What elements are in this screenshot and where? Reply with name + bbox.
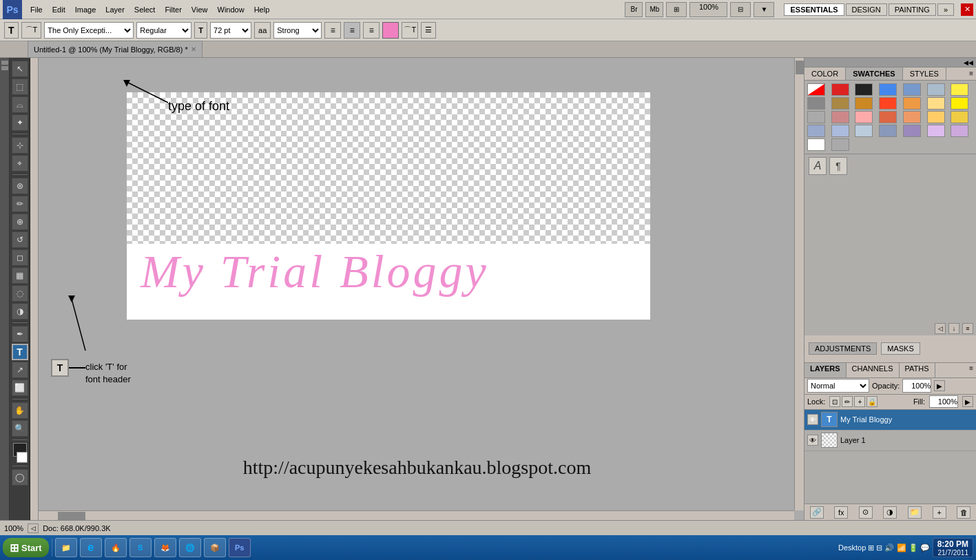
layers-options-btn[interactable]: ≡: [966, 363, 976, 377]
taskbar-explorer[interactable]: 📁: [55, 538, 77, 557]
blend-mode-select[interactable]: Normal: [807, 379, 869, 393]
panel-icon-3[interactable]: ≡: [962, 323, 973, 334]
brush-tool[interactable]: ✏: [12, 196, 28, 212]
layer-item-text[interactable]: 👁 T My Trial Bloggy: [804, 410, 976, 431]
panel-icon-1[interactable]: ◁: [935, 323, 946, 334]
layer-mask-btn[interactable]: ⊙: [859, 506, 873, 519]
layer-visibility-text[interactable]: 👁: [807, 414, 818, 425]
taskbar-chrome[interactable]: 🌐: [179, 538, 201, 557]
menu-help[interactable]: Help: [250, 4, 274, 15]
stamp-tool[interactable]: ⊕: [12, 214, 28, 230]
scroll-bar-left[interactable]: [30, 58, 39, 520]
taskbar-ie[interactable]: e: [80, 538, 102, 557]
color-tab[interactable]: COLOR: [804, 68, 846, 80]
dodge-tool[interactable]: ◑: [12, 303, 28, 320]
font-style-select[interactable]: Regular: [136, 22, 191, 39]
swatch-null[interactable]: [807, 83, 825, 96]
align-left-btn[interactable]: ≡: [324, 22, 341, 39]
fill-expand-btn[interactable]: ▶: [962, 396, 973, 407]
taskbar-photoshop[interactable]: Ps: [229, 538, 251, 557]
taskbar-firefox2[interactable]: 🔥: [105, 538, 127, 557]
swatches-tab[interactable]: SWATCHES: [846, 68, 903, 80]
swatch-28[interactable]: [807, 138, 825, 151]
mb-btn[interactable]: Mb: [645, 2, 663, 17]
wand-tool[interactable]: ✦: [12, 114, 28, 131]
swatch-19[interactable]: [927, 111, 945, 123]
fill-input[interactable]: [929, 395, 958, 408]
menu-view[interactable]: View: [187, 4, 212, 15]
opacity-input[interactable]: [902, 379, 931, 393]
swatch-17[interactable]: [879, 111, 897, 123]
hand-tool[interactable]: ✋: [12, 402, 28, 419]
swatch-16[interactable]: [855, 111, 873, 123]
paths-tab[interactable]: PATHS: [900, 363, 935, 377]
swatch-2[interactable]: [855, 83, 873, 96]
align-center-btn[interactable]: ≡: [344, 22, 360, 39]
swatch-24[interactable]: [879, 125, 897, 137]
swatch-12[interactable]: [927, 97, 945, 110]
lock-position-btn[interactable]: +: [854, 396, 865, 407]
eraser-tool[interactable]: ◻: [12, 249, 28, 266]
taskbar-firefox[interactable]: 🦊: [154, 538, 176, 557]
character-panel-btn[interactable]: ☰: [421, 22, 436, 39]
taskbar-skype[interactable]: S: [129, 538, 152, 557]
swatch-18[interactable]: [903, 111, 921, 123]
swatch-9[interactable]: [855, 97, 873, 110]
warp-text-btn[interactable]: ⌒T: [402, 22, 418, 39]
styles-tab[interactable]: STYLES: [903, 68, 946, 80]
br-btn[interactable]: Br: [625, 2, 643, 17]
paragraph-icon[interactable]: ¶: [829, 157, 847, 175]
masks-tab[interactable]: MASKS: [881, 342, 920, 355]
swatch-21[interactable]: [807, 125, 825, 137]
scroll-thumb-h[interactable]: [58, 512, 85, 520]
swatch-3[interactable]: [879, 83, 897, 96]
channels-tab[interactable]: CHANNELS: [847, 363, 900, 377]
swatch-6[interactable]: [951, 83, 968, 96]
move-tool[interactable]: ↖: [12, 61, 28, 77]
panel-icon-2[interactable]: ↓: [948, 323, 959, 334]
swatch-27[interactable]: [951, 125, 968, 137]
eyedropper-tool[interactable]: ⌖: [12, 155, 28, 172]
shape-tool[interactable]: ⬜: [12, 380, 28, 396]
layer-delete-btn[interactable]: 🗑: [957, 506, 970, 519]
swatch-25[interactable]: [903, 125, 921, 137]
layer-item-1[interactable]: 👁 Layer 1: [804, 431, 976, 451]
swatch-29[interactable]: [831, 138, 849, 151]
layer-group-btn[interactable]: 📁: [908, 506, 922, 519]
zoom-status-btn[interactable]: ◁: [28, 523, 39, 533]
workspace-design[interactable]: DESIGN: [846, 3, 887, 16]
layers-tab[interactable]: LAYERS: [804, 363, 847, 377]
opacity-expand-btn[interactable]: ▶: [934, 380, 945, 391]
arrange-btn3[interactable]: ▼: [754, 2, 774, 17]
spot-heal-tool[interactable]: ⊛: [12, 178, 28, 194]
taskbar-clock[interactable]: 8:20 PM 21/7/2011: [933, 538, 973, 557]
menu-layer[interactable]: Layer: [101, 4, 129, 15]
workspace-more[interactable]: »: [937, 3, 954, 16]
menu-select[interactable]: Select: [130, 4, 160, 15]
marquee-tool[interactable]: ⬚: [12, 79, 28, 95]
swatch-22[interactable]: [831, 125, 849, 137]
document-tab[interactable]: Untitled-1 @ 100% (My Trial Bloggy, RGB/…: [28, 41, 203, 57]
workspace-painting[interactable]: PAINTING: [889, 3, 936, 16]
text-tool[interactable]: T: [12, 344, 28, 360]
swatch-23[interactable]: [855, 125, 873, 137]
menu-window[interactable]: Window: [214, 4, 249, 15]
lock-transparent-btn[interactable]: ⊡: [829, 396, 840, 407]
aa-select[interactable]: Strong: [273, 22, 322, 39]
ai-character-icon[interactable]: A: [809, 157, 827, 175]
swatch-26[interactable]: [927, 125, 945, 137]
scroll-bar-bottom[interactable]: [30, 510, 794, 520]
layer-visibility-1[interactable]: 👁: [807, 435, 818, 446]
pen-tool[interactable]: ✒: [12, 326, 28, 342]
menu-edit[interactable]: Edit: [48, 4, 70, 15]
layer-adjust-btn[interactable]: ◑: [883, 506, 897, 519]
font-family-select[interactable]: The Only Excepti...: [44, 22, 134, 39]
zoom-tool[interactable]: 🔍: [12, 420, 28, 437]
taskbar-folder[interactable]: 📦: [204, 538, 226, 557]
lasso-tool[interactable]: ⌓: [12, 96, 28, 113]
lock-pixels-btn[interactable]: ✏: [842, 396, 853, 407]
swatch-13[interactable]: [951, 97, 968, 110]
layer-style-btn[interactable]: fx: [834, 506, 848, 519]
gradient-tool[interactable]: ▦: [12, 267, 28, 284]
panel-options-btn[interactable]: ≡: [966, 68, 976, 80]
